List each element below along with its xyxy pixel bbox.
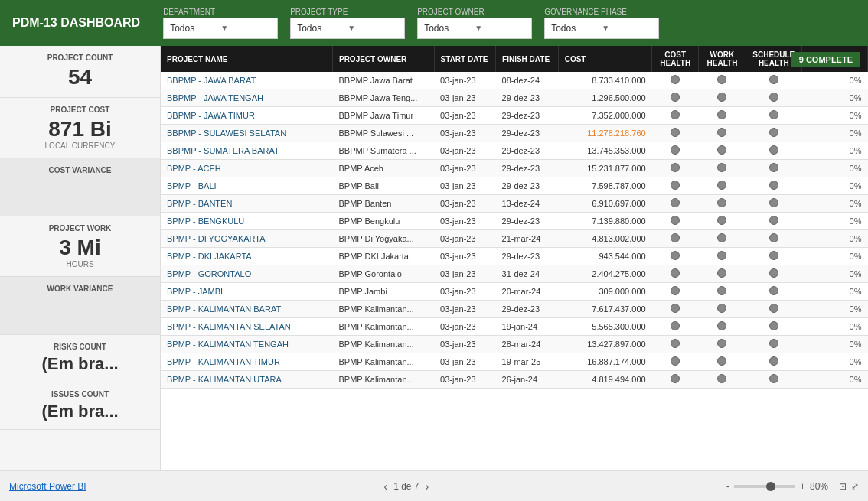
filter-department: DEPARTMENT Todos ▼ [163,8,278,39]
cell-cost: 5.565.300.000 [558,318,651,336]
cell-cost-health [652,248,699,265]
prev-page-button[interactable]: ‹ [383,480,387,493]
cell-pct-complete: 0% [802,107,868,125]
cell-work-health [699,213,746,230]
schedule-health-dot [769,251,778,260]
zoom-slider[interactable] [734,485,795,488]
cell-work-health [699,107,746,125]
schedule-health-dot [769,93,778,102]
table-row[interactable]: BBPMP - SULAWESI SELATAN BBPMP Sulawesi … [161,125,868,142]
cell-work-health [699,230,746,248]
cell-owner: BPMP Kalimantan... [332,301,434,318]
table-row[interactable]: BPMP - BANTEN BPMP Banten 03-jan-23 13-d… [161,195,868,213]
cell-cost: 15.231.877.000 [558,160,651,177]
cell-start: 03-jan-23 [434,318,495,336]
work-health-dot [717,216,726,225]
filter-select-2[interactable]: Todos ▼ [417,18,532,39]
cell-owner: BPMP Kalimantan... [332,371,434,389]
cell-pct-complete: 0% [802,318,868,336]
cell-pct-complete: 0% [802,89,868,107]
schedule-health-dot [769,339,778,348]
filter-select-3[interactable]: Todos ▼ [544,18,659,39]
filter-select-0[interactable]: Todos ▼ [163,18,278,39]
cell-pct-complete: 0% [802,301,868,318]
cell-finish: 08-dez-24 [496,72,559,89]
zoom-control: - + 80% ⊡ ⤢ [726,481,859,492]
cell-owner: BPMP Bali [332,177,434,195]
cell-cost-health [652,318,699,336]
cell-work-health [699,248,746,265]
table-row[interactable]: BPMP - ACEH BPMP Aceh 03-jan-23 29-dez-2… [161,160,868,177]
powerbi-brand-link[interactable]: Microsoft Power BI [9,481,86,492]
filter-label-2: PROJECT OWNER [417,8,532,16]
cell-start: 03-jan-23 [434,142,495,160]
filter-group: DEPARTMENT Todos ▼ PROJECT TYPE Todos ▼ … [163,8,856,39]
complete-badge: 9 COMPLETE [791,52,860,67]
page-indicator: 1 de 7 [393,481,419,492]
risks-count-card: RISKS COUNT (Em bra... [0,335,160,382]
cell-finish: 20-mar-24 [496,283,559,301]
cell-project-name: BBPMP - JAWA BARAT [161,72,332,89]
schedule-health-dot [769,268,778,278]
cell-project-name: BPMP - BENGKULU [161,213,332,230]
cell-owner: BPMP Kalimantan... [332,353,434,371]
schedule-health-dot [769,233,778,242]
table-row[interactable]: BPMP - JAMBI BPMP Jambi 03-jan-23 20-mar… [161,283,868,301]
col-header-start: START DATE [434,46,495,72]
col-header-cost-health: COSTHEALTH [652,46,699,72]
cell-cost-health [652,160,699,177]
cell-work-health [699,195,746,213]
next-page-button[interactable]: › [426,480,429,493]
zoom-thumb [766,482,775,491]
table-row[interactable]: BBPMP - JAWA TENGAH BBPMP Jawa Teng... 0… [161,89,868,107]
cell-schedule-health [746,248,801,265]
table-row[interactable]: BPMP - KALIMANTAN SELATAN BPMP Kalimanta… [161,318,868,336]
schedule-health-dot [769,75,778,84]
table-row[interactable]: BPMP - KALIMANTAN BARAT BPMP Kalimantan.… [161,301,868,318]
work-health-dot [717,163,726,172]
cell-work-health [699,336,746,353]
table-row[interactable]: BPMP - DKI JAKARTA BPMP DKI Jakarta 03-j… [161,248,868,265]
cell-pct-complete: 0% [802,177,868,195]
cell-finish: 29-dez-23 [496,142,559,160]
header: PDM-13 DASHBOARD DEPARTMENT Todos ▼ PROJ… [0,0,868,46]
table-row[interactable]: BPMP - KALIMANTAN TIMUR BPMP Kalimantan.… [161,353,868,371]
table-row[interactable]: BPMP - KALIMANTAN TENGAH BPMP Kalimantan… [161,336,868,353]
fullscreen-icon[interactable]: ⤢ [851,481,859,492]
schedule-health-dot [769,286,778,295]
work-health-dot [717,251,726,260]
cell-cost: 1.296.500.000 [558,89,651,107]
filter-arrow-0: ▼ [220,24,271,32]
cost-health-dot [671,286,680,295]
filter-project-type: PROJECT TYPE Todos ▼ [290,8,405,39]
cell-work-health [699,371,746,389]
table-row[interactable]: BBPMP - JAWA TIMUR BBPMP Jawa Timur 03-j… [161,107,868,125]
filter-select-1[interactable]: Todos ▼ [290,18,405,39]
zoom-minus[interactable]: - [726,481,729,492]
table-row[interactable]: BPMP - BALI BPMP Bali 03-jan-23 29-dez-2… [161,177,868,195]
cell-schedule-health [746,72,801,89]
table-row[interactable]: BPMP - BENGKULU BPMP Bengkulu 03-jan-23 … [161,213,868,230]
table-scroll[interactable]: PROJECT NAME PROJECT OWNER START DATE FI… [161,46,868,470]
table-row[interactable]: BPMP - GORONTALO BPMP Gorontalo 03-jan-2… [161,265,868,283]
work-health-dot [717,75,726,84]
cell-schedule-health [746,177,801,195]
table-row[interactable]: BPMP - DI YOGYAKARTA BPMP Di Yogyaka... … [161,230,868,248]
filter-arrow-1: ▼ [348,24,398,32]
table-row[interactable]: BBPMP - SUMATERA BARAT BBPMP Sumatera ..… [161,142,868,160]
work-health-dot [717,321,726,330]
table-row[interactable]: BBPMP - JAWA BARAT BBPMP Jawa Barat 03-j… [161,72,868,89]
cell-work-health [699,72,746,89]
cell-project-name: BBPMP - SUMATERA BARAT [161,142,332,160]
work-variance-label: WORK VARIANCE [9,285,151,293]
work-health-dot [717,268,726,278]
project-work-label: PROJECT WORK [9,224,151,233]
table-row[interactable]: BPMP - KALIMANTAN UTARA BPMP Kalimantan.… [161,371,868,389]
zoom-plus[interactable]: + [800,481,805,492]
cell-cost-health [652,265,699,283]
fit-page-icon[interactable]: ⊡ [839,481,847,492]
cell-finish: 29-dez-23 [496,248,559,265]
cell-schedule-health [746,160,801,177]
project-cost-sub: LOCAL CURRENCY [9,142,151,150]
app-container: PDM-13 DASHBOARD DEPARTMENT Todos ▼ PROJ… [0,0,868,501]
